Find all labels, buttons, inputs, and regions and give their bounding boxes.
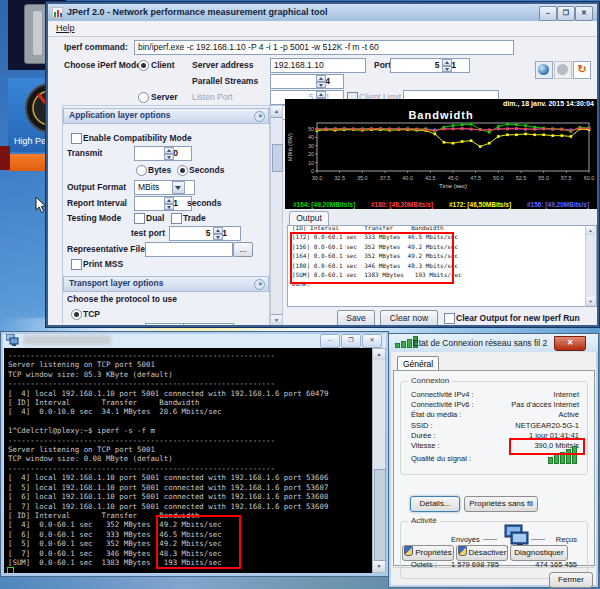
- connection-row: Connectivité IPv6 :Pas d'accès Internet: [411, 400, 579, 410]
- parallel-streams-spinner[interactable]: 4: [270, 74, 344, 89]
- svg-text:40.0: 40.0: [402, 175, 413, 181]
- bytes-radio[interactable]: [136, 165, 147, 176]
- representative-file-input[interactable]: [145, 242, 233, 257]
- scrollbar-down-icon[interactable]: ▼: [373, 561, 385, 572]
- browse-button[interactable]: ...: [233, 242, 253, 257]
- jperf-titlebar[interactable]: JPerf 2.0 - Network performance measurem…: [48, 4, 597, 22]
- app-options-header[interactable]: Application layer options: [63, 108, 269, 124]
- run-iperf-button[interactable]: [535, 61, 553, 79]
- test-port-arrows[interactable]: [213, 227, 223, 240]
- server-radio[interactable]: [138, 92, 149, 103]
- test-port-label: test port: [131, 228, 165, 238]
- options-scrollbar[interactable]: ▲ ▼: [270, 105, 283, 327]
- diagnose-button[interactable]: Diagnostiquer: [510, 545, 568, 561]
- combo-arrow-icon[interactable]: [172, 181, 185, 194]
- maximize-button[interactable]: ❐: [341, 334, 361, 348]
- minimize-button[interactable]: –: [539, 6, 557, 21]
- output-format-label: Output Format: [67, 182, 126, 192]
- clear-now-button[interactable]: Clear now: [380, 310, 438, 327]
- connection-group: Connexion Connectivité IPv4 :Internet Co…: [400, 381, 588, 475]
- parallel-streams-arrows[interactable]: [316, 75, 326, 88]
- port-spinner[interactable]: 5 001: [390, 58, 470, 73]
- scrollbar-up-icon[interactable]: ▲: [586, 226, 595, 235]
- stop-iperf-button[interactable]: [554, 61, 572, 79]
- terminal-scrollbar[interactable]: ▲ ▼: [372, 348, 386, 573]
- scrollbar-thumb[interactable]: [272, 144, 283, 172]
- scrollbar-down-icon[interactable]: ▼: [271, 314, 282, 326]
- terminal-icon: [6, 334, 19, 346]
- tcp-label: TCP: [83, 309, 100, 319]
- help-menu[interactable]: Help: [56, 23, 75, 33]
- dialog-titlebar[interactable]: État de Connexion réseau sans fil 2 ✕: [389, 334, 598, 352]
- dual-checkbox[interactable]: [134, 213, 145, 224]
- fermer-button-label: Fermer: [558, 575, 584, 584]
- close-button[interactable]: ✕: [362, 334, 382, 348]
- spinner-down-icon[interactable]: [316, 82, 326, 89]
- row-value: Activé: [559, 410, 579, 420]
- disable-button[interactable]: Désactiver: [456, 545, 508, 561]
- svg-text:Time (sec): Time (sec): [439, 183, 467, 189]
- scrollbar-thumb[interactable]: [374, 469, 386, 561]
- disable-button-label: Désactiver: [469, 548, 507, 557]
- testing-mode-label: Testing Mode: [67, 213, 121, 223]
- diagnose-button-label: Diagnostiquer: [514, 548, 563, 557]
- svg-text:30: 30: [308, 143, 314, 149]
- scrollbar-up-icon[interactable]: ▲: [271, 106, 282, 118]
- transmit-arrows[interactable]: [164, 147, 174, 160]
- tcp-radio[interactable]: [71, 309, 82, 320]
- report-interval-spinner[interactable]: 1: [134, 196, 192, 211]
- report-interval-unit: seconds: [187, 198, 222, 208]
- save-button[interactable]: Save: [337, 310, 375, 327]
- stop-icon: [557, 64, 568, 75]
- report-interval-arrows[interactable]: [164, 197, 174, 210]
- properties-button[interactable]: Propriétés: [402, 545, 454, 561]
- svg-text:52.5: 52.5: [516, 175, 527, 181]
- spinner-down-icon[interactable]: [164, 154, 174, 161]
- spinner-down-icon[interactable]: [164, 204, 174, 211]
- options-panel: Application layer options Enable Compati…: [62, 105, 270, 327]
- output-format-combo[interactable]: MBits: [134, 180, 195, 195]
- wireless-properties-label: Propriétés sans fil: [469, 499, 533, 508]
- tab-general[interactable]: Général: [397, 356, 439, 371]
- port-spinner-arrows[interactable]: [442, 59, 452, 72]
- collapse-icon[interactable]: [254, 111, 265, 122]
- row-value: 1 jour 01:41:41: [529, 431, 579, 441]
- iperf-command-input[interactable]: bin/iperf.exe -c 192.168.1.10 -P 4 -i 1 …: [134, 40, 514, 55]
- close-button[interactable]: ✕: [575, 6, 593, 21]
- tab-output[interactable]: Output: [289, 211, 329, 225]
- scrollbar-down-icon[interactable]: ▼: [586, 297, 595, 306]
- close-button[interactable]: ✕: [554, 336, 586, 351]
- transmit-spinner[interactable]: 60: [134, 146, 192, 161]
- server-address-input[interactable]: 192.168.1.10: [270, 58, 366, 73]
- buffer-length-unit-combo[interactable]: MBytes: [183, 323, 234, 327]
- details-button[interactable]: Détails...: [410, 496, 460, 512]
- client-radio[interactable]: [138, 60, 149, 71]
- trade-checkbox[interactable]: [171, 213, 182, 224]
- output-area[interactable]: [ID] Interval Transfer Bandwidth [172] 0…: [287, 225, 597, 307]
- scrollbar-up-icon[interactable]: ▲: [373, 349, 385, 360]
- uac-shield-icon: [458, 546, 467, 556]
- test-port-spinner[interactable]: 5 001: [169, 226, 241, 241]
- compat-checkbox[interactable]: [71, 133, 82, 144]
- spinner-down-icon[interactable]: [213, 234, 223, 241]
- choose-mode-label: Choose iPerf Mode:: [64, 60, 144, 70]
- minimize-button[interactable]: –: [320, 334, 340, 348]
- svg-text:42.5: 42.5: [425, 175, 436, 181]
- terminal-titlebar[interactable]: – ❐ ✕: [1, 332, 388, 348]
- output-scrollbar[interactable]: ▲ ▼: [585, 226, 596, 306]
- signal-quality-label: Qualité du signal :: [411, 454, 471, 463]
- print-mss-checkbox[interactable]: [71, 259, 82, 270]
- buffer-length-checkbox[interactable]: [71, 325, 82, 327]
- restart-iperf-button[interactable]: ↻: [573, 61, 591, 79]
- collapse-icon[interactable]: [254, 279, 265, 290]
- dash-right: [531, 539, 545, 540]
- output-text: [ID] Interval Transfer Bandwidth [172] 0…: [292, 225, 462, 289]
- transport-options-header[interactable]: Transport layer options: [63, 276, 269, 292]
- spinner-down-icon[interactable]: [442, 66, 452, 73]
- wireless-properties-button[interactable]: Propriétés sans fil: [464, 496, 538, 512]
- seconds-radio[interactable]: [177, 165, 188, 176]
- maximize-button[interactable]: ❐: [557, 6, 575, 21]
- clear-output-checkbox[interactable]: [444, 313, 455, 324]
- fermer-button[interactable]: Fermer: [549, 572, 593, 588]
- terminal-content[interactable]: ----------------------------------------…: [4, 348, 372, 573]
